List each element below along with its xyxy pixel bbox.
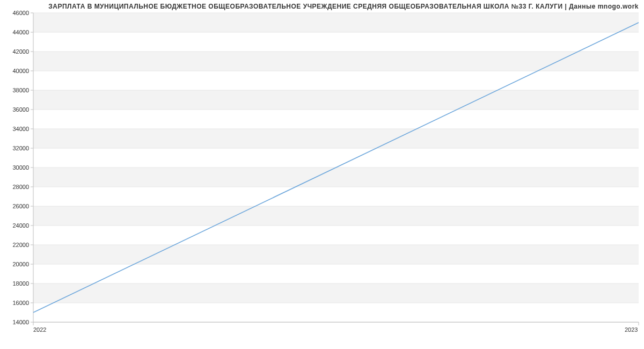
- y-tick-label: 14000: [3, 319, 29, 325]
- y-tick-label: 16000: [3, 300, 29, 306]
- chart-svg: [33, 13, 639, 322]
- y-tick-label: 30000: [3, 164, 29, 171]
- x-tick-label: 2022: [33, 326, 46, 333]
- y-tick-label: 18000: [3, 280, 29, 287]
- svg-rect-1: [33, 245, 639, 264]
- x-tick-label: 2023: [625, 326, 638, 333]
- chart-title: ЗАРПЛАТА В МУНИЦИПАЛЬНОЕ БЮДЖЕТНОЕ ОБЩЕО…: [48, 3, 639, 10]
- y-tick-label: 46000: [3, 10, 29, 16]
- y-tick-label: 26000: [3, 203, 29, 209]
- plot-area: [33, 13, 639, 322]
- y-tick-label: 20000: [3, 261, 29, 267]
- svg-rect-0: [33, 283, 639, 303]
- svg-rect-7: [33, 13, 639, 32]
- y-tick-label: 44000: [3, 29, 29, 35]
- svg-rect-4: [33, 129, 639, 148]
- y-tick-label: 24000: [3, 222, 29, 229]
- y-tick-label: 42000: [3, 48, 29, 55]
- y-tick-label: 36000: [3, 106, 29, 113]
- y-tick-label: 38000: [3, 87, 29, 93]
- y-tick-label: 34000: [3, 126, 29, 132]
- y-tick-label: 32000: [3, 145, 29, 151]
- svg-rect-3: [33, 168, 639, 187]
- y-tick-label: 22000: [3, 242, 29, 248]
- svg-rect-5: [33, 90, 639, 110]
- chart-container: ЗАРПЛАТА В МУНИЦИПАЛЬНОЕ БЮДЖЕТНОЕ ОБЩЕО…: [0, 0, 644, 349]
- y-tick-label: 28000: [3, 184, 29, 190]
- y-tick-label: 40000: [3, 68, 29, 74]
- svg-rect-6: [33, 52, 639, 71]
- svg-rect-2: [33, 206, 639, 226]
